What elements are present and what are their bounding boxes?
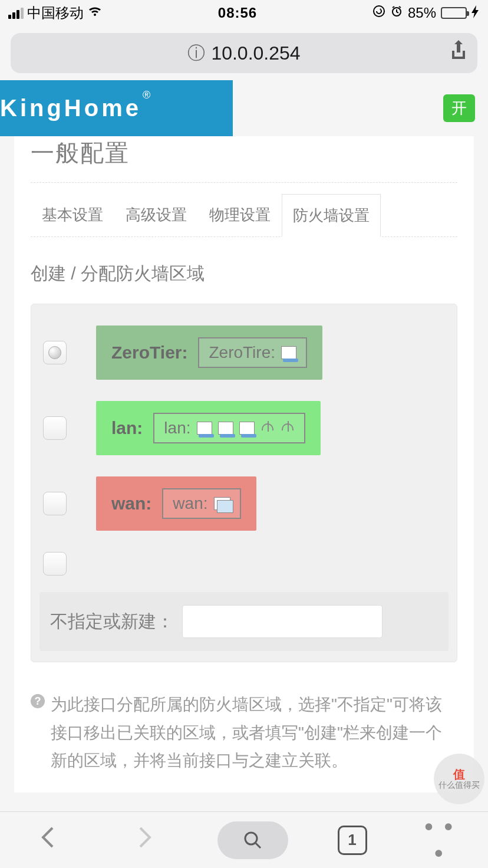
carrier-label: 中国移动 [27, 4, 84, 22]
tab-advanced[interactable]: 高级设置 [114, 193, 198, 236]
clock: 08:56 [218, 5, 257, 21]
tabs-button[interactable]: 1 [338, 826, 367, 855]
wifi-antenna-icon [281, 421, 295, 435]
new-zone-input[interactable] [182, 605, 383, 638]
help-text-row: ? 为此接口分配所属的防火墙区域，选择"不指定"可将该接口移出已关联的区域，或者… [31, 691, 457, 775]
help-text: 为此接口分配所属的防火墙区域，选择"不指定"可将该接口移出已关联的区域，或者填写… [51, 691, 457, 775]
share-button[interactable] [438, 39, 479, 67]
zone-row-lan[interactable]: lan: lan: [39, 390, 449, 466]
svg-point-2 [245, 833, 257, 844]
brand-name: KingHome® [0, 95, 149, 121]
radio-wan[interactable] [43, 492, 67, 515]
ethernet-icon [239, 422, 255, 435]
unspecified-label: 不指定或新建： [50, 610, 174, 634]
status-left: 中国移动 [8, 4, 103, 22]
iface-box: ZeroTire: [198, 337, 307, 368]
unspecified-row: 不指定或新建： [39, 592, 449, 651]
battery-pct: 85% [408, 5, 436, 21]
field-label: 创建 / 分配防火墙区域 [31, 262, 457, 286]
tab-firewall[interactable]: 防火墙设置 [282, 194, 381, 237]
divider [31, 182, 457, 183]
page-header: KingHome® 开 [0, 80, 488, 136]
tabs: 基本设置 高级设置 物理设置 防火墙设置 [31, 193, 457, 237]
more-button[interactable]: • • • [416, 814, 463, 867]
signal-icon [8, 8, 24, 19]
forward-button[interactable] [121, 826, 168, 854]
menu-toggle-button[interactable]: 开 [443, 94, 475, 122]
zone-row-empty[interactable] [39, 541, 449, 586]
zone-name: ZeroTier: [111, 343, 187, 363]
zone-row-wan[interactable]: wan: wan: [39, 466, 449, 541]
smzdm-watermark: 值 什么值得买 [434, 754, 484, 804]
radio-lan[interactable] [43, 416, 67, 440]
zone-row-zerotier[interactable]: ZeroTier: ZeroTire: [39, 315, 449, 390]
url-host: 10.0.0.254 [211, 42, 300, 64]
rotation-lock-icon [372, 5, 385, 21]
ethernet-icon [281, 346, 296, 359]
browser-toolbar: 1 • • • [0, 811, 488, 868]
zone-pill-lan: lan: lan: [96, 401, 321, 455]
zone-pill-wan: wan: wan: [96, 476, 256, 531]
status-right: 85% [372, 5, 480, 21]
radio-zerotier[interactable] [43, 341, 67, 364]
brand-block[interactable]: KingHome® [0, 80, 233, 136]
radio-empty[interactable] [43, 552, 67, 576]
back-button[interactable] [25, 826, 72, 854]
wifi-antenna-icon [261, 421, 275, 435]
zone-name: wan: [111, 494, 151, 514]
firewall-zone-field: 创建 / 分配防火墙区域 ZeroTier: ZeroTire: lan: [31, 262, 457, 775]
zone-name: lan: [111, 418, 143, 438]
alarm-icon [390, 5, 403, 21]
battery-icon [441, 7, 467, 19]
ethernet-icon [218, 422, 233, 435]
iface-box: wan: [162, 488, 240, 519]
tab-basic[interactable]: 基本设置 [31, 193, 114, 236]
config-card: 一般配置 基本设置 高级设置 物理设置 防火墙设置 创建 / 分配防火墙区域 Z… [14, 136, 474, 793]
svg-point-0 [374, 6, 384, 17]
charging-icon [471, 5, 480, 21]
zone-pill-zerotier: ZeroTier: ZeroTire: [96, 326, 322, 380]
site-info-icon[interactable]: ⓘ [187, 41, 205, 65]
iface-box: lan: [153, 413, 305, 443]
help-icon: ? [31, 694, 45, 708]
zone-options: ZeroTier: ZeroTire: lan: lan: [31, 304, 457, 662]
status-bar: 中国移动 08:56 85% [0, 0, 488, 26]
switch-icon [197, 422, 212, 435]
network-icon [214, 497, 230, 510]
section-title: 一般配置 [31, 136, 457, 176]
search-button[interactable] [217, 821, 288, 859]
wifi-icon [87, 5, 103, 21]
url-bar[interactable]: ⓘ 10.0.0.254 [11, 33, 477, 73]
tab-physical[interactable]: 物理设置 [198, 193, 282, 236]
